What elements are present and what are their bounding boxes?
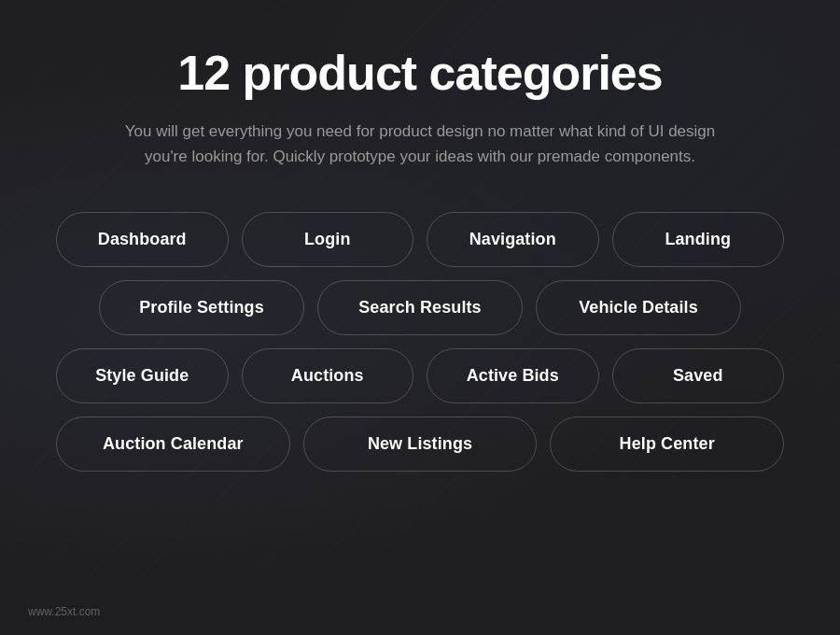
category-btn-new-listings[interactable]: New Listings	[303, 416, 538, 472]
main-container: 12 product categories You will get every…	[0, 0, 840, 635]
categories-grid: DashboardLoginNavigationLandingProfile S…	[56, 212, 784, 472]
category-btn-profile-settings[interactable]: Profile Settings	[99, 280, 304, 335]
category-btn-dashboard[interactable]: Dashboard	[56, 212, 229, 267]
category-row-2: Profile SettingsSearch ResultsVehicle De…	[56, 280, 784, 335]
category-btn-style-guide[interactable]: Style Guide	[56, 348, 229, 403]
category-btn-help-center[interactable]: Help Center	[550, 416, 784, 472]
category-row-1: DashboardLoginNavigationLanding	[56, 212, 784, 267]
category-row-4: Auction CalendarNew ListingsHelp Center	[56, 416, 784, 472]
category-btn-search-results[interactable]: Search Results	[317, 280, 523, 335]
page-subtitle: You will get everything you need for pro…	[103, 119, 737, 169]
category-btn-vehicle-details[interactable]: Vehicle Details	[536, 280, 741, 335]
category-btn-auction-calendar[interactable]: Auction Calendar	[56, 416, 290, 472]
page-title: 12 product categories	[177, 47, 662, 100]
category-btn-navigation[interactable]: Navigation	[427, 212, 599, 267]
category-row-3: Style GuideAuctionsActive BidsSaved	[56, 348, 784, 403]
category-btn-active-bids[interactable]: Active Bids	[427, 348, 599, 403]
category-btn-landing[interactable]: Landing	[612, 212, 785, 267]
category-btn-auctions[interactable]: Auctions	[242, 348, 414, 403]
category-btn-saved[interactable]: Saved	[612, 348, 785, 403]
category-btn-login[interactable]: Login	[242, 212, 414, 267]
